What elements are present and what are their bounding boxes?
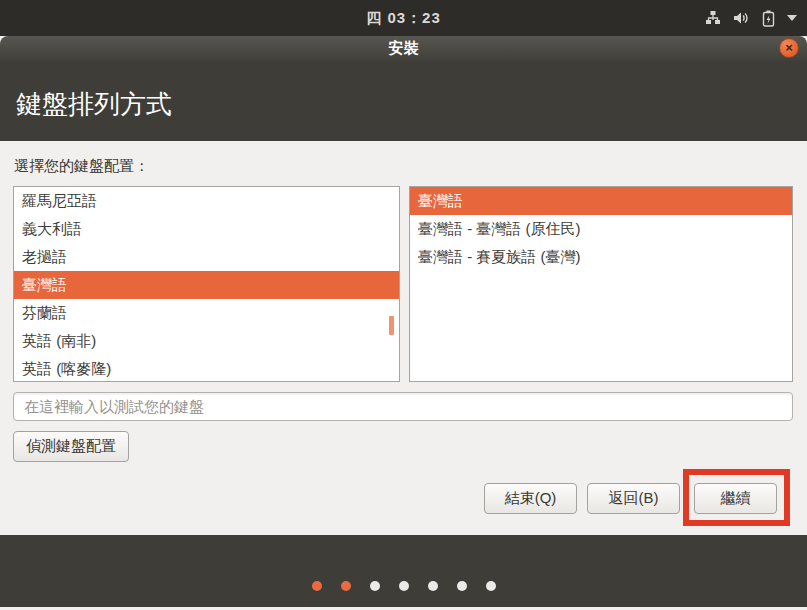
list-item[interactable]: 義大利語 [14,215,399,243]
list-item[interactable]: 臺灣語 - 賽夏族語 (臺灣) [410,243,792,271]
list-item[interactable]: 英語 (南非) [14,327,399,355]
progress-dot [428,581,438,591]
detect-keyboard-button[interactable]: 偵測鍵盤配置 [13,431,129,462]
close-button[interactable]: × [779,38,799,58]
prompt-label: 選擇您的鍵盤配置： [14,157,149,176]
progress-dot [486,581,496,591]
back-button[interactable]: 返回(B) [587,483,680,514]
list-item[interactable]: 老撾語 [14,243,399,271]
keyboard-variant-list[interactable]: 臺灣語臺灣語 - 臺灣語 (原住民)臺灣語 - 賽夏族語 (臺灣) [409,186,793,382]
clock[interactable]: 四 03：23 [0,0,807,36]
main-content: 選擇您的鍵盤配置： 羅馬尼亞語義大利語老撾語臺灣語芬蘭語英語 (南非)英語 (喀… [0,141,807,535]
network-icon[interactable] [705,10,721,26]
volume-icon[interactable] [733,10,750,26]
page-header: 鍵盤排列方式 [0,61,807,141]
list-item[interactable]: 芬蘭語 [14,299,399,327]
progress-dot [399,581,409,591]
progress-dot [312,581,322,591]
quit-button[interactable]: 結束(Q) [484,483,577,514]
progress-dot [341,581,351,591]
window-title: 安裝 [0,36,807,61]
progress-dot [370,581,380,591]
progress-dots [0,581,807,591]
window-titlebar: 安裝 × [0,36,807,61]
keyboard-test-input[interactable] [13,392,793,421]
list-item[interactable]: 臺灣語 [14,271,399,299]
caret-down-icon[interactable] [787,15,797,21]
progress-dot [457,581,467,591]
status-icons [705,0,797,36]
keyboard-layout-list[interactable]: 羅馬尼亞語義大利語老撾語臺灣語芬蘭語英語 (南非)英語 (喀麥隆) [13,186,400,382]
scrollbar-thumb[interactable] [389,316,394,335]
list-item[interactable]: 臺灣語 - 臺灣語 (原住民) [410,215,792,243]
continue-button[interactable]: 繼續 [694,483,777,514]
page-title: 鍵盤排列方式 [16,87,172,122]
footer [0,535,807,607]
list-item[interactable]: 羅馬尼亞語 [14,187,399,215]
list-item[interactable]: 英語 (喀麥隆) [14,355,399,382]
system-bar: 四 03：23 [0,0,807,36]
list-item[interactable]: 臺灣語 [410,187,792,215]
battery-icon[interactable] [762,10,775,27]
